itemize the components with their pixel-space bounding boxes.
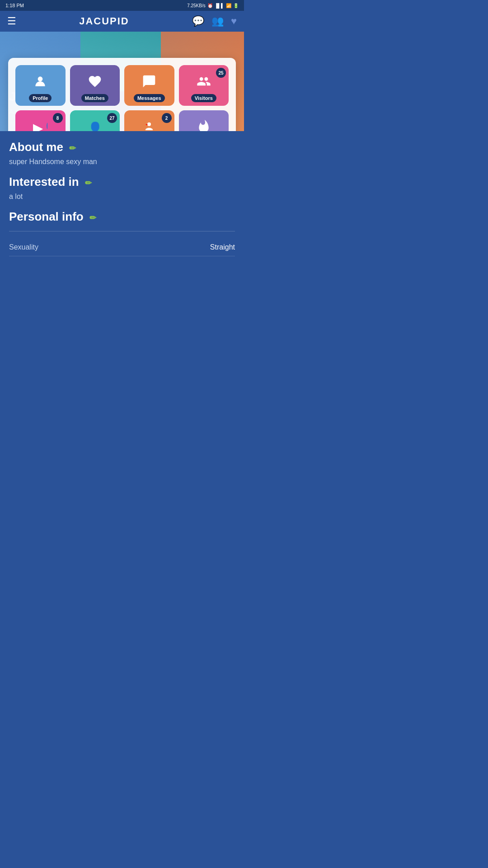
personal-section: Personal info ✏ Sexuality Straight [9,210,235,256]
menu-item-visitors[interactable]: 25 Visitors [179,65,229,106]
hamburger-menu[interactable]: ☰ [7,15,16,27]
you-like-badge: 27 [107,113,117,123]
interested-text: a lot [9,193,235,201]
status-time: 1:18 PM [5,3,24,8]
menu-item-messages[interactable]: Messages [124,65,174,106]
menu-item-hot-or-not[interactable]: Hot or not [179,110,229,131]
header-icons: 💬 👥 ♥ [192,15,237,27]
chat-icon[interactable]: 💬 [192,15,204,27]
sexuality-label: Sexuality [9,243,38,251]
about-title: About me ✏ [9,140,235,154]
messages-label: Messages [134,94,165,102]
about-edit-icon[interactable]: ✏ [69,144,76,153]
svg-text:▶👤: ▶👤 [33,120,47,131]
personal-edit-icon[interactable]: ✏ [89,213,96,222]
menu-item-mutual[interactable]: 2 Mutual [124,110,174,131]
hot-or-not-icon [197,117,211,131]
battery-icon: 🔋 [233,3,239,8]
profile-label: Profile [29,94,52,102]
svg-text:👤▶: 👤▶ [88,121,102,131]
matches-label: Matches [81,94,108,102]
visitors-icon [197,71,211,91]
profile-content: About me ✏ super Handsome sexy man Inter… [0,131,244,265]
visitors-badge: 25 [216,68,226,78]
you-like-icon: 👤▶ [88,117,102,131]
like-you-badge: 8 [53,113,63,123]
group-icon[interactable]: 👥 [211,15,224,27]
menu-grid: Profile Matches Messages 25 [15,65,229,131]
network-speed: 7.25KB/s [187,3,206,8]
sexuality-value: Straight [210,243,235,251]
mutual-icon [142,117,156,131]
personal-title: Personal info ✏ [9,210,235,224]
status-right: 7.25KB/s ⏰ ▐▌▌ 📶 🔋 [187,3,239,8]
svg-point-3 [147,123,151,126]
svg-point-0 [38,76,43,81]
heart-icon[interactable]: ♥ [231,15,237,27]
interested-title: Interested in ✏ [9,175,235,189]
personal-divider [9,231,235,231]
profile-background: Ja...re Azure Pulse... Your name... Prof… [0,32,244,131]
about-text: super Handsome sexy man [9,158,235,166]
messages-icon [142,71,156,91]
profile-icon [33,71,47,91]
menu-item-you-like[interactable]: 27 👤▶ You like [70,110,120,131]
menu-overlay: Profile Matches Messages 25 [8,58,236,131]
alarm-icon: ⏰ [207,3,213,8]
visitors-label: Visitors [191,94,216,102]
mutual-badge: 2 [162,113,172,123]
menu-item-like-you[interactable]: 8 ▶👤 Like you [15,110,66,131]
matches-icon [88,71,102,91]
menu-item-profile[interactable]: Profile [15,65,66,106]
interested-section: Interested in ✏ a lot [9,175,235,201]
wifi-icon: 📶 [226,3,231,8]
about-section: About me ✏ super Handsome sexy man [9,140,235,166]
status-bar: 1:18 PM 7.25KB/s ⏰ ▐▌▌ 📶 🔋 [0,0,244,11]
like-you-icon: ▶👤 [33,117,47,131]
menu-item-matches[interactable]: Matches [70,65,120,106]
interested-edit-icon[interactable]: ✏ [85,179,92,188]
signal-icon: ▐▌▌ [215,3,224,8]
sexuality-row: Sexuality Straight [9,239,235,256]
app-logo: JACUPID [79,15,129,27]
app-header: ☰ JACUPID 💬 👥 ♥ [0,11,244,32]
